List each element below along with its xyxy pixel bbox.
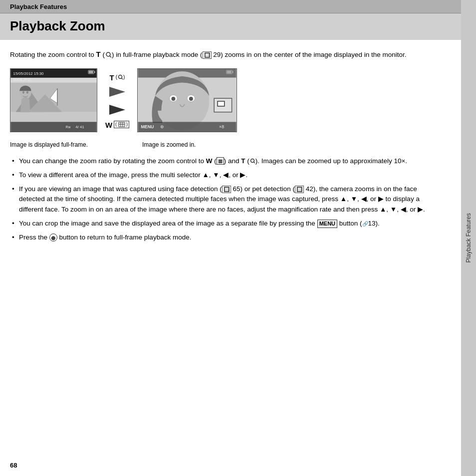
svg-rect-8 [89, 70, 93, 73]
bullet-item: Press the ⊛ button to return to full-fra… [10, 233, 436, 242]
svg-point-23 [119, 75, 122, 79]
zoom-control-diagram: T () W ( [97, 68, 137, 129]
section-header: Playback Features [0, 0, 476, 13]
main-content: Rotating the zoom control to T () in ful… [0, 40, 461, 256]
sidebar-label: Playback Features [465, 213, 472, 262]
intro-paragraph: Rotating the zoom control to T () in ful… [10, 49, 436, 60]
svg-rect-7 [94, 71, 95, 72]
svg-point-40 [172, 97, 176, 101]
diagram-area: 15/05/2012 15:30 0004.JPG [10, 68, 436, 132]
right-image-box: MENU ⊛ ×8 Displayed area guide [137, 68, 237, 132]
svg-marker-26 [109, 105, 125, 115]
t-zoom-label: T [110, 73, 114, 82]
svg-rect-12 [10, 112, 96, 123]
svg-point-17 [26, 91, 28, 93]
svg-text:15/05/2012  15:30: 15/05/2012 15:30 [13, 71, 44, 75]
captions-row: Image is displayed full-frame. Image is … [10, 140, 436, 148]
left-image-box: 15/05/2012 15:30 0004.JPG [10, 68, 97, 132]
page-number: 68 [10, 462, 17, 469]
svg-point-41 [189, 97, 193, 101]
bullet-item: You can change the zoom ratio by rotatin… [10, 156, 436, 166]
svg-text:0004.JPG: 0004.JPG [13, 77, 30, 81]
svg-text:4/ 41: 4/ 41 [75, 125, 84, 129]
svg-text:Rw: Rw [66, 125, 71, 129]
w-zoom-label: W [105, 121, 112, 129]
page-title: Playback Zoom [10, 18, 105, 33]
section-title: Playback Features [10, 3, 67, 10]
left-caption: Image is displayed full-frame. [10, 140, 97, 148]
sidebar: Playback Features [461, 0, 476, 476]
bullet-list: You can change the zoom ratio by rotatin… [10, 156, 436, 243]
svg-point-16 [22, 91, 24, 93]
svg-point-0 [106, 52, 110, 56]
bullet-item: You can crop the image and save the disp… [10, 219, 436, 229]
svg-text:MENU: MENU [141, 124, 154, 129]
svg-line-1 [110, 56, 111, 57]
svg-rect-34 [233, 71, 234, 72]
svg-text:×8: ×8 [219, 124, 224, 129]
right-caption: Image is zoomed in. [137, 140, 237, 148]
svg-marker-25 [109, 87, 125, 97]
svg-line-24 [122, 78, 123, 79]
page-title-bar: Playback Zoom [0, 13, 476, 40]
svg-point-48 [250, 159, 254, 162]
bullet-item: To view a different area of the image, p… [10, 170, 436, 180]
svg-text:⊛: ⊛ [160, 124, 164, 129]
bullet-item: If you are viewing an image that was cap… [10, 184, 436, 215]
svg-rect-35 [227, 70, 232, 73]
svg-line-49 [254, 162, 255, 163]
svg-rect-47 [218, 101, 225, 106]
